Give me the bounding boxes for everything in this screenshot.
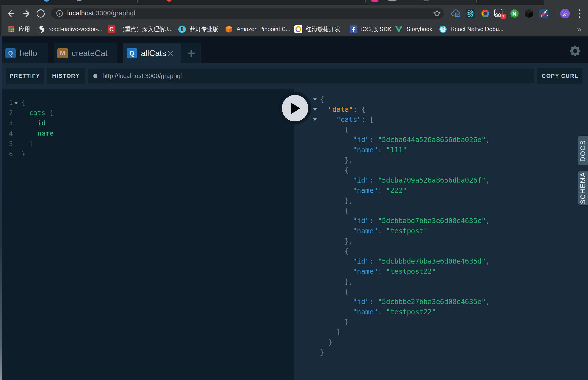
new-tab-button[interactable] [181, 43, 201, 63]
response-line: "name": "testpost22" [353, 266, 436, 277]
desktop-edge-strip [0, 36, 2, 380]
bookmark-storybook[interactable]: Storybook [395, 22, 432, 36]
bookmark-apps[interactable]: 应用 [7, 22, 30, 36]
extension-rocket-icon[interactable] [538, 5, 550, 22]
bookmark-label: Storybook [406, 26, 432, 32]
vue-icon [395, 25, 403, 33]
reload-button[interactable] [34, 5, 48, 22]
endpoint-status-dot [93, 74, 97, 78]
favicon-red-icon [166, 0, 172, 2]
tab-separator [365, 0, 366, 2]
extension-react-devtools-icon[interactable] [464, 5, 476, 22]
response-line: "name": "testpost22" [353, 307, 436, 317]
orange-cube-icon [225, 25, 233, 33]
playground-tab-bar: Q hello M createCat Q allCats [0, 36, 588, 63]
bookmark-label: 应用 [19, 25, 30, 33]
extension-color-wheel-icon[interactable] [479, 5, 491, 22]
play-icon [282, 95, 308, 121]
address-bar[interactable]: localhost:3000/graphql [51, 8, 444, 19]
gold-ring-icon [294, 25, 302, 33]
bookmark-label: React Native Debu... [450, 26, 504, 32]
lantern-icon [178, 25, 186, 33]
url-text[interactable]: localhost:3000/graphql [67, 9, 135, 17]
extension-cloud-photos-icon[interactable] [450, 5, 462, 22]
response-pane[interactable]: {"data": {"cats": [{"id": "5dcba644a526a… [294, 90, 588, 380]
collapse-arrow-icon[interactable] [313, 118, 317, 121]
response-line: } [345, 317, 349, 327]
extension-cube-icon[interactable] [523, 5, 535, 22]
browser-menu-button[interactable] [576, 9, 583, 18]
bookmark-landeng[interactable]: 蓝灯专业版 [178, 22, 218, 36]
extension-n-icon[interactable]: N [508, 5, 520, 22]
response-line: { [345, 246, 349, 256]
browser-tab-strip[interactable] [0, 0, 588, 5]
schema-side-tab[interactable]: SCHEMA [578, 171, 588, 205]
tab-label: allCats [141, 49, 166, 58]
n-letter: N [512, 10, 517, 17]
query-editor[interactable]: 123456 {cats {idname}} [0, 90, 294, 380]
response-line: "id": "5dcba644a526a8656dba026e", [353, 135, 490, 145]
browser-active-tab-sliver[interactable] [544, 0, 588, 5]
bookmark-label: 红海敏捷开发 [306, 25, 340, 33]
favicon-gray-icon [76, 0, 82, 1]
bookmark-ios-sdk[interactable]: iOS 版 SDK [350, 22, 392, 36]
endpoint-input[interactable]: http://localhost:3000/graphql [88, 68, 535, 84]
site-info-icon[interactable] [56, 10, 63, 17]
response-line: } [328, 337, 332, 347]
code-line: id [37, 118, 46, 128]
bookmarks-bar: 应用 react-native-vector-... C （重点）深入理解J..… [0, 22, 588, 36]
code-line: { [21, 97, 25, 108]
code-line: cats { [29, 108, 53, 118]
bookmarks-overflow-button[interactable]: » [575, 22, 584, 36]
react-icon [439, 25, 447, 33]
forward-button[interactable] [19, 5, 33, 22]
apps-grid-icon [7, 25, 15, 33]
tab-createcat[interactable]: M createCat [54, 43, 117, 63]
toolbar-separator [557, 9, 557, 18]
code-line: } [29, 139, 33, 149]
prettify-button[interactable]: PRETTIFY [6, 68, 44, 84]
badge-count: 1 [502, 14, 504, 18]
back-button[interactable] [4, 5, 18, 22]
response-line: { [345, 165, 349, 175]
fold-arrow-icon[interactable] [14, 102, 18, 104]
tab-label: hello [19, 49, 37, 58]
extension-recorder-badge-icon[interactable]: 1 [494, 5, 506, 22]
window-edge [0, 0, 1, 36]
close-tab-icon[interactable] [167, 50, 174, 57]
copy-curl-button[interactable]: COPY CURL [537, 68, 583, 84]
response-line: "cats": [ [337, 114, 374, 125]
settings-gear-icon[interactable] [569, 45, 581, 57]
bookmark-zhongdian[interactable]: C （重点）深入理解J... [107, 22, 173, 36]
favicon-blue-icon [43, 0, 50, 2]
tab-separator [137, 0, 138, 2]
execute-button[interactable] [279, 92, 311, 124]
tab-hello[interactable]: Q hello [2, 43, 48, 63]
bookmark-star-icon[interactable] [433, 9, 441, 18]
bookmark-react-native-vector[interactable]: react-native-vector-... [37, 22, 103, 36]
collapse-arrow-icon[interactable] [313, 98, 317, 100]
bookmark-label: iOS 版 SDK [361, 25, 392, 33]
docs-side-tab[interactable]: DOCS [578, 136, 588, 165]
query-badge: Q [5, 48, 16, 58]
response-line: "id": "5dcbbbe27bba3e6d08e4635e", [353, 297, 490, 307]
history-button[interactable]: HISTORY [47, 68, 85, 84]
browser-tab-sliver[interactable] [367, 0, 476, 5]
code-line: name [37, 128, 53, 139]
menu-dot [579, 9, 580, 11]
bookmark-react-native-debugger[interactable]: React Native Debu... [439, 22, 504, 36]
browser-toolbar: localhost:3000/graphql [0, 5, 588, 22]
screen: localhost:3000/graphql [0, 0, 588, 380]
response-line: ] [337, 327, 341, 337]
profile-avatar[interactable]: 苏 [560, 9, 570, 19]
line-number: 1 [0, 97, 13, 108]
response-line: "name": "testpost" [353, 226, 428, 236]
tab-allcats[interactable]: Q allCats [123, 43, 182, 63]
response-line: }, [345, 195, 353, 206]
bookmark-amazon-pinpoint[interactable]: Amazon Pinpoint C... [225, 22, 291, 36]
tab-label: createCat [72, 49, 107, 58]
bookmark-honghai[interactable]: 红海敏捷开发 [294, 22, 340, 36]
bookmark-label: Amazon Pinpoint C... [236, 26, 291, 32]
bookmark-label: react-native-vector-... [48, 26, 103, 32]
collapse-arrow-icon[interactable] [313, 108, 317, 111]
